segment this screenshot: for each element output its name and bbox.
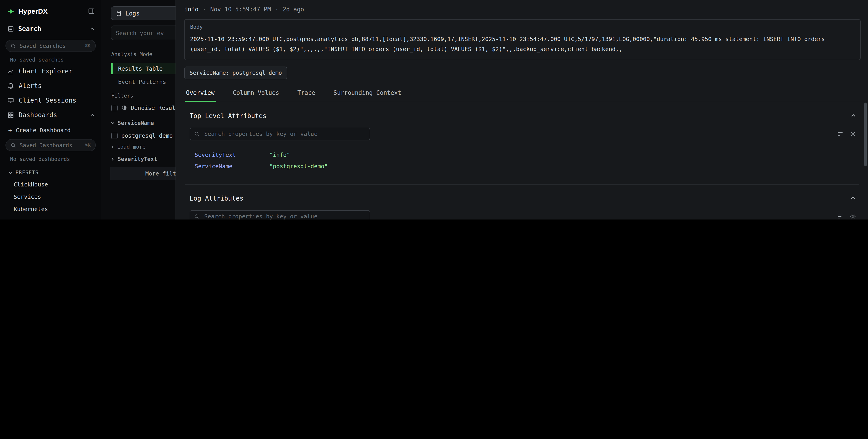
shortcut-hint: ⌘K [85,142,91,148]
load-more-label: Load more [117,144,146,150]
property-search [190,128,370,140]
app-root: HyperDX Search Saved Searches ⌘K No save… [0,0,868,220]
no-saved-dashboards-text: No saved dashboards [0,151,101,163]
sidebar-item-alerts[interactable]: Alerts [0,79,101,93]
attribute-row[interactable]: SeverityText"info" [185,150,859,161]
sidebar-item-label: Chart Explorer [19,67,72,75]
log-attributes-section: Log Attributes [185,184,859,220]
sidebar-item-clickhouse[interactable]: ClickHouse [0,178,101,191]
sidebar-item-services[interactable]: Services [0,191,101,203]
shortcut-hint: ⌘K [85,43,91,49]
top-level-attribute-rows: SeverityText"info"ServiceName"postgresql… [185,150,859,172]
property-search [190,210,370,220]
checkbox[interactable] [111,132,118,139]
sidebar-item-search[interactable]: Search [0,19,101,36]
presets-toggle[interactable]: PRESETS [0,163,101,178]
bell-icon [7,82,14,89]
grid-icon [7,112,14,118]
chart-icon [7,68,14,74]
monitor-icon [7,97,14,104]
analysis-mode-label: Analysis Mode [111,51,152,57]
filter-option-postgresql-demo[interactable]: postgresql-demo [111,132,173,139]
saved-searches-placeholder: Saved Searches [20,43,81,49]
tab-trace[interactable]: Trace [297,86,316,102]
section-title: Top Level Attributes [190,112,850,120]
sidebar-item-chart-explorer[interactable]: Chart Explorer [0,64,101,79]
search-icon [194,214,200,219]
hyperdx-logo-icon [7,7,14,15]
search-icon [194,131,200,137]
checkbox[interactable] [111,105,118,111]
saved-searches-button[interactable]: Saved Searches ⌘K [5,40,96,52]
sidebar-item-label: Search [18,25,41,32]
database-icon [116,10,122,16]
chevron-up-icon[interactable] [90,113,95,117]
event-body[interactable]: Body 2025-11-10 23:59:47.000 UTC,postgre… [184,19,861,60]
chevron-right-icon [110,145,115,149]
denoise-label: Denoise Resul [131,104,176,111]
section-title: Log Attributes [190,194,850,202]
tab-overview[interactable]: Overview [185,86,215,102]
chevron-right-icon [110,157,115,161]
detail-content: Top Level Attributes [176,102,868,220]
chevron-down-icon [8,170,13,175]
collapse-sidebar-icon[interactable] [88,8,95,14]
scrollbar-thumb[interactable] [864,102,867,166]
collapse-section-icon[interactable] [850,113,856,119]
group-label: ServiceName [118,120,154,126]
sidebar-item-dashboards[interactable]: Dashboards [0,107,101,122]
filters-label: Filters [111,93,133,99]
line-wrap-icon[interactable] [837,131,843,137]
collapse-section-icon[interactable] [850,195,856,201]
chevron-down-icon [110,121,115,125]
sidebar-item-label: Client Sessions [19,97,76,104]
denoise-results-toggle[interactable]: Denoise Resul [111,104,176,111]
tab-surrounding-context[interactable]: Surrounding Context [333,86,402,102]
line-wrap-icon[interactable] [837,213,843,220]
detail-tabs: Overview Column Values Trace Surrounding… [176,86,868,102]
no-saved-searches-text: No saved searches [0,52,101,64]
presets-label: PRESETS [16,169,38,176]
attribute-value: "info" [270,151,290,159]
sidebar-item-label: Dashboards [19,111,57,119]
event-header: info · Nov 10 5:59:47 PM · 2d ago [176,0,868,18]
sidebar-item-kubernetes[interactable]: Kubernetes [0,203,101,215]
filter-group-servicename[interactable]: ServiceName [110,120,154,126]
separator-dot: · [275,6,279,13]
attribute-row[interactable]: ServiceName"postgresql-demo" [185,161,859,172]
load-more-button[interactable]: Load more [110,144,146,150]
event-timestamp: Nov 10 5:59:47 PM [210,6,271,13]
plus-icon: + [8,127,12,133]
sidebar-item-client-sessions[interactable]: Client Sessions [0,93,101,107]
event-detail-panel: info · Nov 10 5:59:47 PM · 2d ago Body 2… [176,0,868,220]
settings-gear-icon[interactable] [850,131,856,137]
body-text: 2025-11-10 23:59:47.000 UTC,postgres,ana… [190,34,855,54]
saved-dashboards-placeholder: Saved Dashboards [20,142,81,148]
logo-row: HyperDX [0,0,101,19]
top-level-attributes-section: Top Level Attributes [185,102,859,172]
more-filters-button[interactable]: More filte [110,167,184,180]
chevron-up-icon[interactable] [90,26,95,31]
service-chip[interactable]: ServiceName: postgresql-demo [184,67,287,79]
create-dashboard-button[interactable]: + Create Dashboard [0,122,101,135]
body-label: Body [190,24,855,30]
property-search-input[interactable] [203,130,366,138]
sidebar: HyperDX Search Saved Searches ⌘K No save… [0,0,101,220]
create-dashboard-label: Create Dashboard [16,127,71,133]
attribute-key[interactable]: ServiceName [195,162,270,170]
search-results-icon [7,25,14,32]
tab-column-values[interactable]: Column Values [232,86,280,102]
app-title: HyperDX [18,7,84,15]
settings-gear-icon[interactable] [850,213,856,220]
search-icon [10,143,16,148]
separator-dot: · [203,6,206,13]
attribute-key[interactable]: SeverityText [195,151,270,159]
saved-dashboards-button[interactable]: Saved Dashboards ⌘K [5,139,96,151]
option-label: postgresql-demo [121,132,173,139]
severity-text: info [184,6,198,13]
filter-group-severitytext[interactable]: SeverityText [110,156,157,162]
event-relative-time: 2d ago [283,6,304,13]
source-label: Logs [125,10,140,17]
search-filters-panel: Logs Analysis Mode Results Table Event P… [101,0,176,220]
property-search-input[interactable] [203,213,366,220]
